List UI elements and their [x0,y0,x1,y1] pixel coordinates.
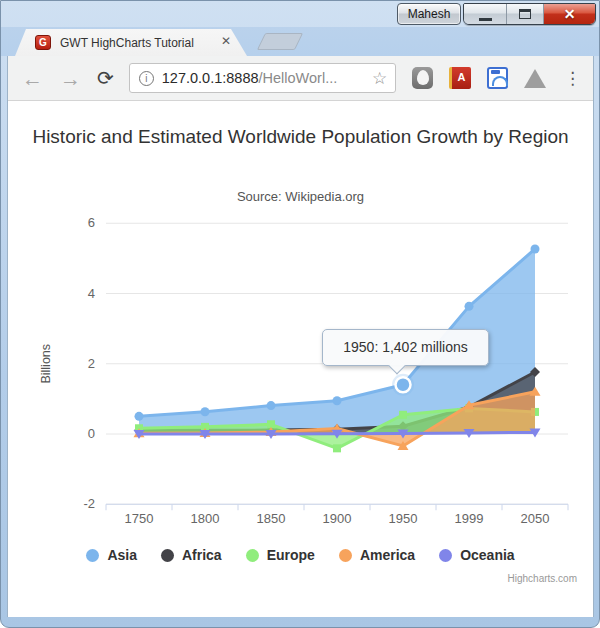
chart-tooltip: 1950: 1,402 millions [322,329,489,366]
legend-marker-icon [439,549,452,562]
highcharts-credit[interactable]: Highcharts.com [508,573,577,584]
legend-label: Europe [267,547,315,563]
legend-label: Asia [107,547,137,563]
browser-body: ← → ⟳ i 127.0.0.1:8888/HelloWorl... ☆ A … [7,56,594,617]
window-controls: ✕ [463,3,596,25]
maximize-icon [519,9,531,19]
close-button[interactable]: ✕ [544,4,595,24]
legend-label: America [360,547,415,563]
legend-marker-icon [246,549,259,562]
page-info-icon[interactable]: i [139,71,154,86]
bookmark-star-icon[interactable]: ☆ [372,68,387,89]
folder-extension-icon[interactable] [487,67,508,89]
new-tab-button[interactable] [257,33,303,50]
tab-strip: G GWT HighCharts Tutorial ✕ [1,27,599,56]
legend-item-oceania[interactable]: Oceania [439,547,514,563]
svg-text:1900: 1900 [323,511,352,526]
svg-text:1850: 1850 [257,511,286,526]
url-host: 127.0.0.1:8888 [162,70,259,86]
drive-extension-icon[interactable] [524,67,546,89]
svg-text:6: 6 [88,215,95,230]
svg-text:2: 2 [88,356,95,371]
svg-text:1800: 1800 [191,511,220,526]
chart-legend: AsiaAfricaEuropeAmericaOceania [8,547,593,563]
legend-item-asia[interactable]: Asia [86,547,137,563]
kebab-menu-icon[interactable]: ⋮ [564,70,581,87]
browser-window: Mahesh ✕ G GWT HighCharts Tutorial ✕ ← →… [0,0,600,628]
svg-text:2050: 2050 [521,511,550,526]
minimize-icon [479,18,492,21]
svg-text:-2: -2 [83,496,95,511]
reload-button[interactable]: ⟳ [97,68,114,88]
svg-text:1999: 1999 [455,511,484,526]
tab-close-button[interactable]: ✕ [221,34,231,48]
window-titlebar[interactable]: Mahesh ✕ [1,1,599,27]
back-button[interactable]: ← [22,68,43,89]
shield-extension-icon[interactable] [412,67,433,89]
population-area-chart[interactable]: 6420-2Billions17501800185019001950199920… [8,101,593,541]
legend-item-america[interactable]: America [339,547,415,563]
svg-text:1950: 1950 [389,511,418,526]
tab-title: GWT HighCharts Tutorial [60,36,194,50]
close-icon: ✕ [564,6,576,22]
url-text[interactable]: 127.0.0.1:8888/HelloWorl... [162,70,368,86]
browser-tab[interactable]: G GWT HighCharts Tutorial [15,29,247,56]
minimize-button[interactable] [464,4,507,24]
legend-marker-icon [86,549,99,562]
browser-toolbar: ← → ⟳ i 127.0.0.1:8888/HelloWorl... ☆ A … [8,56,593,101]
legend-label: Oceania [460,547,514,563]
legend-label: Africa [182,547,222,563]
legend-marker-icon [339,549,352,562]
gwt-favicon-icon: G [35,35,51,50]
maximize-button[interactable] [507,4,544,24]
legend-item-europe[interactable]: Europe [246,547,315,563]
page-content: Historic and Estimated Worldwide Populat… [8,101,593,617]
svg-text:4: 4 [88,286,95,301]
user-profile-button[interactable]: Mahesh [397,3,461,25]
svg-text:0: 0 [88,426,95,441]
svg-text:Billions: Billions [39,344,53,384]
address-bar[interactable]: i 127.0.0.1:8888/HelloWorl... ☆ [129,63,396,93]
legend-item-africa[interactable]: Africa [161,547,222,563]
legend-marker-icon [161,549,174,562]
svg-text:1750: 1750 [125,511,154,526]
url-path: /HelloWorl... [259,70,338,86]
forward-button[interactable]: → [60,68,81,89]
reader-extension-icon[interactable]: A [449,67,470,89]
tooltip-text: 1950: 1,402 millions [343,339,468,355]
